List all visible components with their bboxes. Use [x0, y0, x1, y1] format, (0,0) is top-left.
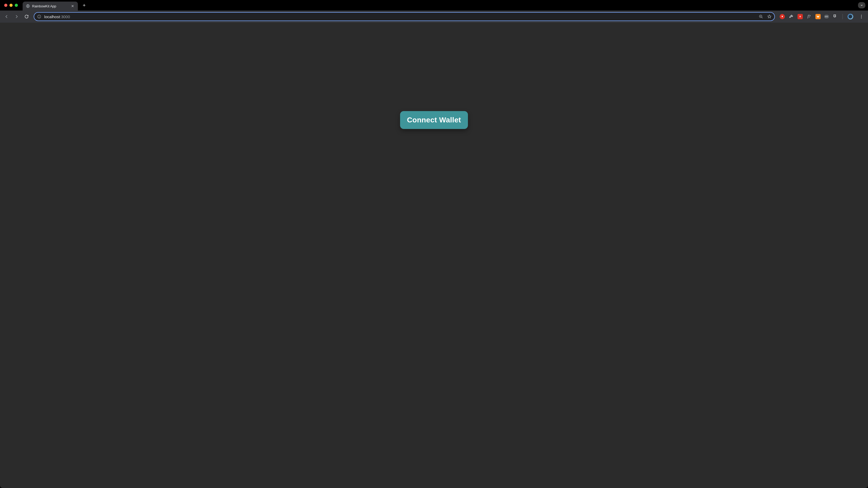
page-content: Connect Wallet: [0, 23, 868, 218]
eyedropper-extension-icon[interactable]: [788, 14, 794, 19]
chrome-menu-button[interactable]: [857, 12, 866, 21]
zoom-icon[interactable]: [758, 14, 763, 19]
omnibox[interactable]: localhost:3000: [34, 12, 775, 21]
whatfont-extension-icon[interactable]: f?: [806, 14, 812, 19]
omnibox-url: localhost:3000: [44, 15, 756, 19]
svg-point-5: [861, 18, 862, 19]
connect-wallet-button[interactable]: Connect Wallet: [400, 111, 468, 129]
site-info-icon[interactable]: [37, 14, 41, 19]
nav-reload-button[interactable]: [22, 12, 31, 21]
window-traffic-lights: [4, 4, 18, 7]
tab-rainbowkit-app[interactable]: RainbowKit App: [23, 2, 78, 10]
omnibox-port: :3000: [60, 15, 70, 19]
new-tab-button[interactable]: [81, 2, 88, 9]
globe-icon: [26, 4, 30, 8]
svg-point-4: [861, 16, 862, 17]
close-icon[interactable]: [70, 4, 75, 8]
extensions-puzzle-icon[interactable]: [833, 14, 838, 19]
toolbar-divider: [842, 14, 843, 19]
page-viewport: Connect Wallet: [0, 23, 868, 488]
omnibox-host: localhost: [44, 15, 60, 19]
tab-title: RainbowKit App: [32, 4, 56, 8]
metamask-extension-icon[interactable]: [815, 14, 820, 19]
extensions-row: f? •••: [780, 12, 866, 21]
window-close-button[interactable]: [4, 4, 7, 7]
window-zoom-button[interactable]: [15, 4, 18, 7]
profile-avatar-button[interactable]: [847, 14, 853, 20]
toolbar: localhost:3000 f?: [0, 10, 868, 23]
window-minimize-button[interactable]: [9, 4, 12, 7]
nav-back-button[interactable]: [2, 12, 11, 21]
ublock-extension-icon[interactable]: [780, 14, 785, 19]
omnibox-actions: [758, 14, 772, 19]
svg-point-3: [861, 15, 862, 16]
window-dropdown-button[interactable]: [858, 2, 865, 8]
bookmark-star-icon[interactable]: [767, 14, 772, 19]
more-extension-icon[interactable]: •••: [824, 15, 829, 19]
tab-strip: RainbowKit App: [0, 0, 868, 10]
tabs: RainbowKit App: [23, 0, 78, 10]
nav-forward-button[interactable]: [12, 12, 21, 21]
browser-window: RainbowKit App: [0, 0, 868, 488]
download-extension-icon[interactable]: [798, 14, 803, 19]
